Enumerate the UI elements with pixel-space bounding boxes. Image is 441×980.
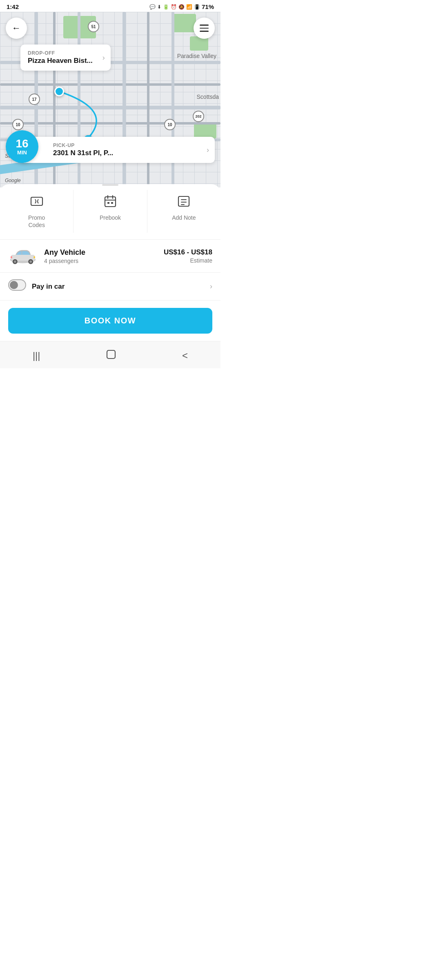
svg-rect-21	[107, 350, 115, 359]
route-origin-dot	[54, 87, 64, 96]
download-icon: ⬇	[157, 4, 161, 10]
pickup-card[interactable]: PICK-UP 2301 N 31st Pl, P... ›	[20, 137, 215, 163]
paradise-valley-label: Paradise Valley	[177, 53, 216, 59]
status-time: 1:42	[7, 3, 19, 10]
svg-point-16	[29, 261, 32, 263]
svg-rect-5	[107, 202, 109, 204]
svg-point-20	[10, 281, 18, 289]
map-green-area-4	[194, 122, 216, 138]
book-now-button[interactable]: BOOK NOW	[8, 308, 212, 334]
scottsdale-label: Scottsda	[197, 94, 219, 100]
road-h-5	[0, 122, 220, 125]
pay-toggle-icon	[8, 279, 26, 294]
pickup-value: 2301 N 31st Pl, P...	[53, 149, 197, 157]
highway-202-badge: 202	[193, 111, 204, 122]
alarm-icon: ⏰	[171, 4, 177, 10]
vehicle-image	[8, 247, 38, 265]
promo-icon	[29, 194, 44, 212]
prebook-button[interactable]: Prebook	[74, 190, 147, 233]
vehicle-price-value: US$16 - US$18	[164, 248, 212, 256]
battery-saver-icon: 🔋	[163, 4, 169, 10]
eta-number: 16	[16, 138, 28, 149]
svg-rect-18	[11, 256, 12, 258]
highway-17-badge: 17	[29, 94, 40, 105]
back-icon: ←	[12, 23, 21, 33]
road-h-4	[0, 83, 220, 86]
menu-icon	[200, 24, 209, 32]
vehicle-price: US$16 - US$18 Estimate	[164, 248, 212, 264]
bottom-nav: ||| <	[0, 341, 220, 368]
pay-chevron-icon: ›	[210, 282, 212, 291]
vehicle-passengers: 4 passengers	[44, 258, 164, 264]
nav-home-icon	[105, 351, 117, 362]
svg-point-14	[14, 261, 16, 263]
nav-back-icon: <	[182, 350, 188, 361]
pay-label: Pay in car	[32, 283, 210, 291]
action-row: PromoCodes Prebook	[0, 186, 220, 240]
highway-10-badge-1: 10	[12, 119, 24, 130]
vehicle-row[interactable]: Any Vehicle 4 passengers US$16 - US$18 E…	[0, 240, 220, 273]
pay-row[interactable]: Pay in car ›	[0, 273, 220, 301]
eta-badge: 16 MIN	[6, 130, 38, 163]
vehicle-info: Any Vehicle 4 passengers	[44, 248, 164, 264]
menu-button[interactable]	[194, 18, 215, 39]
eta-unit: MIN	[17, 149, 27, 156]
add-note-button[interactable]: Add Note	[147, 190, 220, 233]
svg-rect-6	[111, 202, 113, 204]
map-green-area-2	[172, 14, 196, 32]
wifi-icon: 📶	[186, 4, 192, 10]
notification-icon: 💬	[149, 4, 156, 10]
vehicle-name: Any Vehicle	[44, 248, 164, 257]
dropoff-chevron-icon: ›	[102, 53, 105, 62]
svg-rect-1	[105, 197, 116, 207]
status-icons: 💬 ⬇ 🔋 ⏰ 🔕 📶 📳 71%	[149, 3, 214, 10]
google-watermark: Google	[5, 178, 21, 183]
add-note-icon	[176, 194, 191, 212]
nav-recents-icon: |||	[33, 350, 40, 361]
vehicle-price-estimate: Estimate	[164, 257, 212, 264]
svg-rect-0	[31, 197, 42, 205]
map-container[interactable]: Paradise Valley Scottsda Salt River 51 1…	[0, 12, 220, 187]
promo-codes-label: PromoCodes	[28, 214, 45, 229]
prebook-icon	[103, 194, 118, 212]
back-button[interactable]: ←	[6, 18, 27, 39]
pickup-label: PICK-UP	[53, 143, 197, 148]
svg-rect-17	[33, 256, 35, 258]
highway-51-badge: 51	[88, 21, 99, 32]
nav-recents-button[interactable]: |||	[23, 347, 50, 365]
dropoff-value: Pizza Heaven Bist...	[28, 57, 93, 65]
highway-10-badge-2: 10	[164, 119, 176, 130]
nav-home-button[interactable]	[96, 345, 127, 366]
dropoff-label: DROP-OFF	[28, 50, 93, 56]
bottom-panel: PromoCodes Prebook	[0, 184, 220, 381]
prebook-label: Prebook	[100, 214, 121, 221]
nav-back-button[interactable]: <	[172, 347, 198, 365]
promo-codes-button[interactable]: PromoCodes	[0, 190, 74, 233]
pickup-chevron-icon: ›	[207, 146, 209, 154]
status-bar: 1:42 💬 ⬇ 🔋 ⏰ 🔕 📶 📳 71%	[0, 0, 220, 12]
road-h-2	[0, 106, 220, 109]
signal-icon: 📳	[194, 4, 200, 10]
mute-icon: 🔕	[178, 4, 185, 10]
dropoff-card[interactable]: DROP-OFF Pizza Heaven Bist... ›	[20, 45, 111, 71]
battery-level: 71%	[202, 3, 214, 10]
add-note-label: Add Note	[172, 214, 196, 221]
